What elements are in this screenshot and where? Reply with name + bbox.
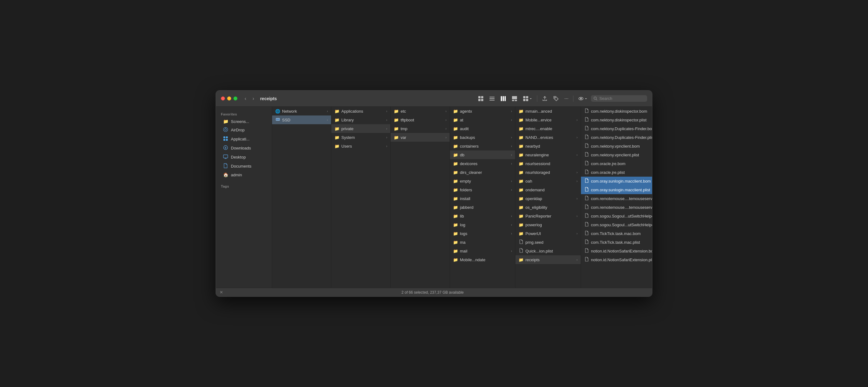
file-item-db[interactable]: 📁 db › (450, 150, 515, 159)
file-item-com-oracle-jre-bom[interactable]: com.oracle.jre.bom (581, 159, 652, 168)
file-item-containers[interactable]: 📁 containers › (450, 142, 515, 150)
svg-point-19 (580, 98, 582, 99)
folder-icon: 📁 (519, 258, 524, 262)
file-item-empty[interactable]: 📁 empty › (450, 177, 515, 185)
file-item-com-ticktick-bom[interactable]: com.TickTick.task.mac.bom (581, 229, 652, 238)
column-receipts: com.nektony.diskinspector.bom com.nekton… (581, 107, 652, 288)
file-item-com-oracle-jre-plist[interactable]: com.oracle.jre.plist (581, 168, 652, 177)
file-item-jabberd[interactable]: 📁 jabberd (450, 203, 515, 212)
sidebar-item-label: Downloads (231, 146, 251, 150)
file-item-mmain[interactable]: 📁 mmain...anced (516, 107, 581, 116)
file-item-mobile-ndate[interactable]: 📁 Mobile...ndate (450, 255, 515, 264)
file-item-agentx[interactable]: 📁 agentx › (450, 107, 515, 116)
sidebar-item-downloads[interactable]: Downloads (218, 144, 270, 153)
minimize-button[interactable] (227, 96, 231, 100)
file-item-com-nektony-diskinspector-plist[interactable]: com.nektony.diskinspector.plist (581, 116, 652, 124)
forward-button[interactable]: › (251, 95, 255, 102)
file-item-nand[interactable]: 📁 NAND...ervices › (516, 133, 581, 142)
file-item-users[interactable]: 📁 Users › (331, 142, 390, 150)
file-item-com-sogou-bom[interactable]: com.sogou.Sogoul...utSwitchHelper.bom (581, 212, 652, 220)
file-item-install[interactable]: 📁 install (450, 194, 515, 203)
file-item-system[interactable]: 📁 System › (331, 133, 390, 142)
tag-button[interactable] (551, 95, 561, 103)
file-item-tmp[interactable]: 📁 tmp › (391, 124, 450, 133)
file-item-backups[interactable]: 📁 backups › (450, 133, 515, 142)
eye-button[interactable] (576, 95, 590, 103)
file-item-mobile-ervice[interactable]: 📁 Mobile...ervice › (516, 116, 581, 124)
file-item-nsurlsessiond[interactable]: 📁 nsurlsessiond (516, 159, 581, 168)
file-item-com-nektony-vpnclient-plist[interactable]: com.nektony.vpnclient.plist (581, 150, 652, 159)
sidebar-item-admin[interactable]: 🏠 admin (218, 171, 270, 179)
file-item-com-nektony-vpnclient-bom[interactable]: com.nektony.vpnclient.bom (581, 142, 652, 150)
file-item-com-nektony-diskinspector-bom[interactable]: com.nektony.diskinspector.bom (581, 107, 652, 116)
view-list-button[interactable] (487, 95, 497, 103)
file-item-ondemand[interactable]: 📁 ondemand (516, 185, 581, 194)
file-item-audit[interactable]: 📁 audit (450, 124, 515, 133)
file-item-neuralengine[interactable]: 📁 neuralengine › (516, 150, 581, 159)
file-item-lib[interactable]: 📁 lib › (450, 212, 515, 220)
file-item-com-nektony-duplicates-plist[interactable]: com.nektony.Duplicates-Finder.plist (581, 133, 652, 142)
view-cover-button[interactable] (509, 95, 520, 103)
file-item-com-sogou-plist[interactable]: com.sogou.Sogoul...utSwitchHelper.plist (581, 220, 652, 229)
view-grid-button[interactable] (476, 95, 486, 103)
file-item-com-remotemouse-plist[interactable]: com.remotemouse....temouseserver.plist (581, 203, 652, 212)
file-item-nsurlstoraged[interactable]: 📁 nsurlstoraged › (516, 168, 581, 177)
file-item-com-ticktick-plist[interactable]: com.TickTick.task.mac.plist (581, 238, 652, 246)
file-item-dirs-cleaner[interactable]: 📁 dirs_cleaner (450, 168, 515, 177)
file-name: private (341, 126, 384, 131)
sidebar-item-airdrop[interactable]: AirDrop (218, 125, 270, 135)
file-item-powerui[interactable]: 📁 PowerUI › (516, 229, 581, 238)
file-item-nearbyd[interactable]: 📁 nearbyd (516, 142, 581, 150)
file-item-var[interactable]: 📁 var › (391, 133, 450, 142)
file-item-ma[interactable]: 📁 ma (450, 238, 515, 246)
file-item-openldap[interactable]: 📁 openldap › (516, 194, 581, 203)
file-item-quick-plist[interactable]: Quick...ion.plist (516, 246, 581, 255)
file-item-oah[interactable]: 📁 oah › (516, 177, 581, 185)
file-item-com-oray-sunlogin-plist[interactable]: com.oray.sunlogin.macclient.plist (581, 185, 652, 194)
share-button[interactable] (540, 95, 550, 103)
file-item-com-remotemouse-bom[interactable]: com.remotemouse....temouseserver.bom (581, 194, 652, 203)
file-item-receipts[interactable]: 📁 receipts › (516, 255, 581, 264)
sidebar-item-applications[interactable]: Applicati... (218, 135, 270, 144)
file-item-panicreporter[interactable]: 📁 PanicReporter › (516, 212, 581, 220)
view-more-button[interactable] (521, 95, 534, 103)
close-button[interactable] (221, 96, 225, 100)
file-item-private[interactable]: 📁 private › (331, 124, 390, 133)
file-item-notion-safari-bom[interactable]: notion.id.NotionSafariExtension.bom (581, 246, 652, 255)
back-button[interactable]: ‹ (243, 95, 248, 102)
file-item-logs[interactable]: 📁 logs › (450, 229, 515, 238)
desktop-icon (223, 154, 228, 160)
svg-rect-28 (226, 139, 228, 141)
file-item-folders[interactable]: 📁 folders › (450, 185, 515, 194)
file-item-com-nektony-duplicates-bom[interactable]: com.nektony.Duplicates-Finder.bom (581, 124, 652, 133)
sidebar-item-label: Screens... (231, 119, 249, 124)
file-item-network[interactable]: 🌐 Network › (272, 107, 331, 116)
file-item-notion-safari-plist[interactable]: notion.id.NotionSafariExtension.plist (581, 255, 652, 264)
search-box (591, 95, 647, 102)
close-icon[interactable]: ✕ (220, 290, 223, 295)
file-item-os-eligibility[interactable]: 📁 os_eligibility (516, 203, 581, 212)
file-item-applications[interactable]: 📁 Applications › (331, 107, 390, 116)
file-item-mail[interactable]: 📁 mail › (450, 246, 515, 255)
search-input[interactable] (599, 96, 643, 101)
sidebar-item-screenshots[interactable]: 📁 Screens... (218, 117, 270, 125)
more-actions-button[interactable]: ··· (562, 95, 571, 103)
sidebar-item-documents[interactable]: Documents (218, 162, 270, 171)
sidebar-item-label: AirDrop (231, 128, 245, 132)
file-item-tftpboot[interactable]: 📁 tftpboot › (391, 116, 450, 124)
file-item-powerlog[interactable]: 📁 powerlog (516, 220, 581, 229)
sidebar-item-desktop[interactable]: Desktop (218, 153, 270, 162)
file-item-ssd[interactable]: SSD › (272, 116, 331, 124)
file-item-at[interactable]: 📁 at › (450, 116, 515, 124)
file-item-com-oray-sunlogin-bom[interactable]: com.oray.sunlogin.macclient.bom (581, 177, 652, 185)
folder-red-icon: 📁 (453, 126, 458, 131)
view-column-button[interactable] (498, 95, 508, 103)
file-item-dextcores[interactable]: 📁 dextcores › (450, 159, 515, 168)
svg-rect-5 (490, 98, 495, 99)
file-item-mtrec[interactable]: 📁 mtrec....enable (516, 124, 581, 133)
file-item-etc[interactable]: 📁 etc › (391, 107, 450, 116)
file-item-prng-seed[interactable]: prng.seed (516, 238, 581, 246)
maximize-button[interactable] (234, 96, 238, 100)
file-item-log[interactable]: 📁 log › (450, 220, 515, 229)
file-item-library[interactable]: 📁 Library › (331, 116, 390, 124)
